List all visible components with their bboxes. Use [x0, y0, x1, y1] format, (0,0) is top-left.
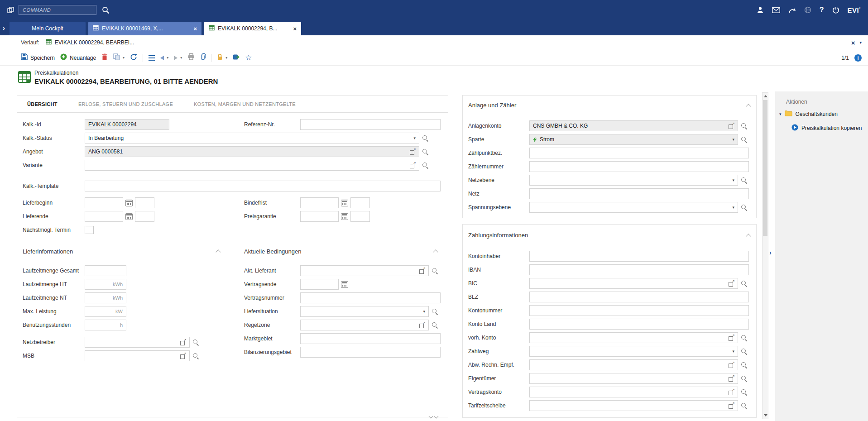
search-icon[interactable]: [741, 177, 748, 184]
preisgarantie-time-input[interactable]: [350, 211, 370, 222]
anlagenkonto-input[interactable]: CNS GMBH & CO. KG: [529, 120, 738, 131]
chevron-down-icon[interactable]: ▾: [729, 349, 734, 354]
forward-button[interactable]: ▾: [174, 56, 182, 60]
chevron-down-icon[interactable]: ▾: [167, 56, 168, 60]
kalk-template-input[interactable]: [85, 181, 441, 191]
search-icon[interactable]: [432, 322, 438, 329]
favorite-star-icon[interactable]: ☆: [245, 54, 252, 62]
search-icon[interactable]: [741, 204, 748, 211]
search-icon[interactable]: [422, 135, 429, 142]
tab-erloese-steuern[interactable]: ERLÖSE, STEUERN UND ZUSCHLÄGE: [78, 101, 173, 107]
search-icon[interactable]: [741, 389, 748, 396]
refresh-button[interactable]: [130, 53, 137, 62]
caret-down-icon[interactable]: ▾: [779, 112, 782, 116]
akt-lieferant-input[interactable]: [300, 265, 429, 276]
open-record-icon[interactable]: [729, 123, 734, 129]
vertragsnummer-input[interactable]: [300, 292, 441, 303]
command-input[interactable]: [19, 5, 96, 15]
open-record-icon[interactable]: [729, 362, 734, 368]
bilanzierungsgebiet-input[interactable]: [300, 347, 441, 358]
zaehlpunktbez-input[interactable]: [529, 148, 749, 158]
chevron-down-icon[interactable]: ▾: [859, 40, 862, 45]
link-button[interactable]: [233, 53, 240, 62]
calendar-icon[interactable]: [341, 200, 348, 206]
chevron-down-icon[interactable]: ▾: [123, 56, 125, 60]
calendar-icon[interactable]: [341, 281, 348, 288]
tab-mein-cockpit[interactable]: Mein Cockpit: [10, 22, 86, 35]
attachment-button[interactable]: [200, 53, 206, 62]
lieferbeginn-time-input[interactable]: [135, 197, 154, 208]
chevron-down-icon[interactable]: ▾: [411, 136, 416, 140]
search-icon[interactable]: [432, 308, 438, 315]
vertical-scrollbar[interactable]: [762, 92, 768, 419]
angebot-input[interactable]: ANG 0000581: [85, 146, 419, 157]
netzbetreiber-input[interactable]: [85, 337, 190, 348]
zaehlernummer-input[interactable]: [529, 161, 749, 172]
bindefrist-date-input[interactable]: [300, 197, 339, 208]
search-icon[interactable]: [741, 362, 748, 368]
lieferbeginn-date-input[interactable]: [85, 197, 123, 208]
max-leistung-input[interactable]: kW: [85, 306, 126, 317]
close-icon[interactable]: ×: [293, 25, 297, 32]
print-button[interactable]: [187, 53, 195, 62]
menu-icon[interactable]: [149, 55, 155, 61]
close-history-icon[interactable]: ×: [851, 39, 855, 47]
info-icon[interactable]: i: [854, 54, 862, 62]
msb-input[interactable]: [85, 350, 190, 361]
open-record-icon[interactable]: [729, 376, 734, 382]
tree-item-geschaeftskunden[interactable]: ▾ Geschäftskunden: [779, 110, 838, 118]
regelzone-input[interactable]: [300, 320, 429, 330]
search-icon[interactable]: [741, 335, 748, 341]
user-icon[interactable]: [757, 6, 764, 14]
kalk-id-input[interactable]: EVIKALK 00002294: [85, 119, 169, 130]
kontonummer-input[interactable]: [529, 305, 749, 316]
history-item[interactable]: EVIKALK 00002294, BEARBEI...: [46, 39, 134, 46]
action-preiskalkulation-kopieren[interactable]: Preiskalkulation kopieren: [791, 124, 862, 132]
search-icon[interactable]: [741, 375, 748, 382]
benutzungsstunden-input[interactable]: h: [85, 320, 126, 330]
open-record-icon[interactable]: [410, 163, 416, 168]
collapse-icon[interactable]: [433, 249, 438, 254]
scroll-more-indicator[interactable]: [429, 415, 438, 418]
collapse-icon[interactable]: [746, 234, 751, 239]
globe-icon[interactable]: [804, 6, 811, 14]
chevron-down-icon[interactable]: ▾: [420, 309, 425, 314]
liefersituation-select[interactable]: ▾: [300, 306, 429, 317]
new-button[interactable]: Neuanlage: [60, 53, 96, 62]
kalk-status-select[interactable]: In Bearbeitung▾: [85, 133, 419, 144]
preisgarantie-date-input[interactable]: [300, 211, 339, 222]
tab-kosten-margen[interactable]: KOSTEN, MARGEN UND NETZENTGELTE: [194, 101, 296, 107]
kontoinhaber-input[interactable]: [529, 251, 749, 262]
chevron-down-icon[interactable]: ▾: [729, 178, 734, 182]
search-icon[interactable]: [741, 402, 748, 409]
vertragskonto-input[interactable]: [529, 387, 738, 397]
spannungsebene-select[interactable]: ▾: [529, 202, 738, 213]
search-icon[interactable]: [192, 339, 199, 346]
search-icon[interactable]: [741, 348, 748, 355]
search-icon[interactable]: [432, 268, 438, 274]
chevron-down-icon[interactable]: ▾: [225, 56, 227, 60]
scroll-down-icon[interactable]: [764, 414, 767, 416]
tab-evikalk-1469[interactable]: EVIKALK 00001469, X,... ×: [88, 22, 201, 35]
open-record-icon[interactable]: [419, 322, 425, 328]
blz-input[interactable]: [529, 292, 749, 302]
search-icon[interactable]: [741, 123, 748, 129]
delete-button[interactable]: [101, 53, 108, 62]
abw-rechn-empf-input[interactable]: [529, 359, 738, 370]
scrollbar-thumb[interactable]: [763, 100, 767, 236]
tab-evikalk-2294[interactable]: EVIKALK 00002294, B... ×: [204, 22, 301, 35]
marktgebiet-input[interactable]: [300, 333, 441, 344]
search-icon[interactable]: [192, 353, 199, 359]
redo-icon[interactable]: [788, 7, 796, 14]
chevron-down-icon[interactable]: ▾: [180, 56, 182, 60]
calendar-icon[interactable]: [125, 213, 133, 220]
vertragsende-date-input[interactable]: [300, 279, 339, 290]
open-record-icon[interactable]: [180, 340, 186, 345]
nav-expand-icon[interactable]: ›: [3, 24, 5, 32]
lock-button[interactable]: ▾: [217, 53, 227, 62]
laufzeitmenge-gesamt-input[interactable]: [85, 265, 126, 276]
iban-input[interactable]: [529, 264, 749, 275]
scroll-up-icon[interactable]: [764, 95, 767, 97]
search-icon[interactable]: [422, 162, 429, 169]
power-icon[interactable]: [832, 6, 839, 14]
